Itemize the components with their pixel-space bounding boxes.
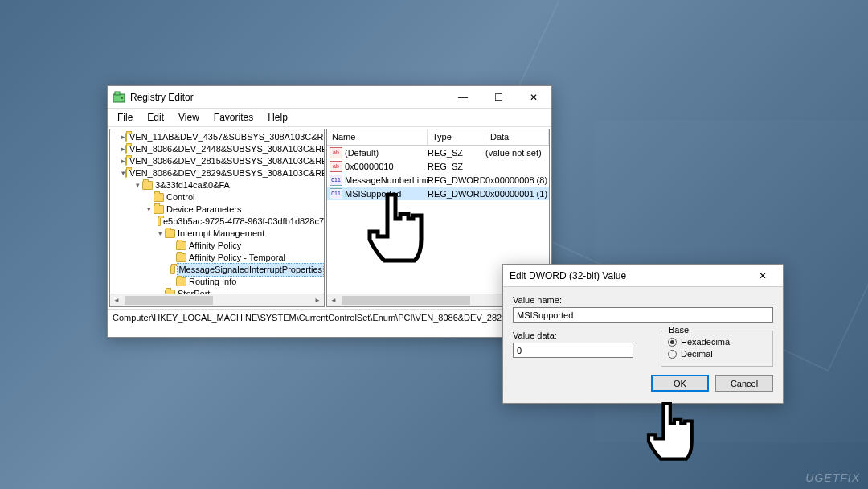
tree-node[interactable]: ▾Device Parameters [112,203,324,216]
tree-node[interactable]: Affinity Policy - Temporal [112,252,324,264]
tree-node[interactable]: Affinity Policy [112,240,324,252]
col-type[interactable]: Type [428,129,485,145]
values-list: ab (Default) REG_SZ (value not set) ab 0… [327,146,549,200]
folder-icon [165,229,175,238]
value-data-label: Value data: [513,331,653,340]
tree-node[interactable]: MessageSignaledInterruptProperties [112,264,324,276]
tree-node-selected: MessageSignaledInterruptProperties [177,263,324,277]
folder-icon [158,217,161,226]
menu-help[interactable]: Help [261,110,294,125]
tree-node[interactable]: Routing Info [112,276,324,288]
base-legend: Base [666,325,691,335]
dword-value-icon: 011 [330,175,342,186]
folder-icon [154,205,164,214]
menu-favorites[interactable]: Favorites [207,110,260,125]
folder-icon [154,193,164,202]
folder-icon [142,181,153,190]
tree-node[interactable]: ▸VEN_8086&DEV_2448&SUBSYS_308A103C&REV_F… [112,143,324,155]
folder-icon [176,277,186,286]
tree-node[interactable]: ▾Interrupt Management [112,228,324,240]
dialog-title: Edit DWORD (32-bit) Value [510,270,749,281]
tree-node[interactable]: ▸VEN_11AB&DEV_4357&SUBSYS_308A103C&REV_1… [112,131,324,143]
watermark: UGETFIX [805,471,860,484]
radio-hexadecimal[interactable]: Hexadecimal [668,337,766,347]
columns-header[interactable]: Name Type Data [327,129,549,146]
tree-node[interactable]: ▾VEN_8086&DEV_2829&SUBSYS_308A103C&REV_0… [112,167,324,179]
radio-label: Hexadecimal [681,337,732,347]
tree-node[interactable]: ▸VEN_8086&DEV_2815&SUBSYS_308A103C&REV_0… [112,155,324,167]
tree-node[interactable]: Control [112,191,324,203]
radio-icon [668,350,677,359]
dialog-titlebar[interactable]: Edit DWORD (32-bit) Value ✕ [503,265,783,287]
menu-view[interactable]: View [172,110,206,125]
value-row[interactable]: ab 0x00000010 REG_SZ [327,159,549,173]
col-name[interactable]: Name [327,129,428,145]
regedit-icon [113,91,125,104]
radio-label: Decimal [681,349,713,359]
folder-icon [176,253,186,262]
edit-dword-dialog: Edit DWORD (32-bit) Value ✕ Value name: … [502,264,784,404]
menubar: File Edit View Favorites Help [108,109,551,127]
dialog-close-button[interactable]: ✕ [749,266,776,286]
tree-pane[interactable]: ▸VEN_11AB&DEV_4357&SUBSYS_308A103C&REV_1… [109,129,325,307]
menu-edit[interactable]: Edit [141,110,170,125]
folder-icon [125,133,127,142]
svg-rect-2 [121,97,123,99]
value-row[interactable]: ab (Default) REG_SZ (value not set) [327,146,549,159]
folder-icon [125,169,127,178]
folder-icon [170,265,176,274]
tree-node[interactable]: e5b3b5ac-9725-4f78-963f-03dfb1d828c7 [112,216,324,228]
menu-file[interactable]: File [111,110,139,125]
close-button[interactable]: ✕ [516,86,551,109]
folder-icon [125,157,127,166]
tree-scrollbar[interactable]: ◄► [110,294,324,306]
registry-editor-window: Registry Editor — ☐ ✕ File Edit View Fav… [107,85,552,338]
tree-node[interactable]: ▾3&33fd14ca&0&FA [112,179,324,191]
string-value-icon: ab [330,147,342,158]
titlebar[interactable]: Registry Editor — ☐ ✕ [108,86,551,109]
radio-icon [668,338,677,347]
folder-icon [176,241,186,250]
value-row[interactable]: 011 MessageNumberLimit REG_DWORD 0x00000… [327,173,549,187]
value-name-label: Value name: [513,295,773,305]
radio-decimal[interactable]: Decimal [668,349,766,359]
dword-value-icon: 011 [330,188,342,199]
string-value-icon: ab [330,161,342,172]
value-name-input[interactable] [513,307,773,323]
minimize-button[interactable]: — [445,86,481,109]
ok-button[interactable]: OK [651,375,709,392]
col-data[interactable]: Data [485,129,549,145]
maximize-button[interactable]: ☐ [481,86,516,109]
value-row-selected[interactable]: 011 MSISupported REG_DWORD 0x00000001 (1… [327,187,549,200]
folder-icon [125,145,127,154]
base-group: Base Hexadecimal Decimal [661,331,773,367]
window-title: Registry Editor [130,92,445,103]
value-data-input[interactable] [513,343,633,358]
cancel-button[interactable]: Cancel [715,375,773,392]
statusbar-path: Computer\HKEY_LOCAL_MACHINE\SYSTEM\Curre… [108,309,551,326]
svg-rect-1 [115,92,120,95]
